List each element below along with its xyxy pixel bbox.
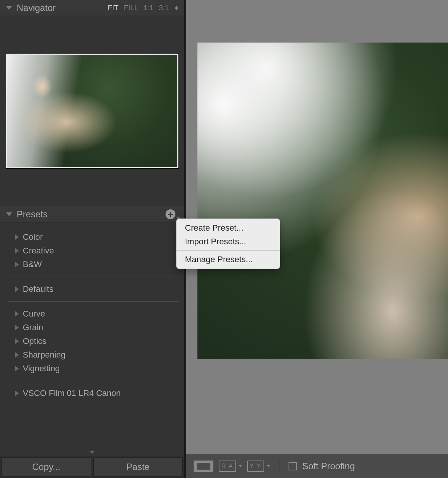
- expand-icon: [15, 391, 19, 396]
- navigator-title: Navigator: [17, 3, 56, 13]
- preset-label: Defaults: [23, 284, 54, 294]
- paste-button[interactable]: Paste: [93, 457, 183, 476]
- loupe-view-icon[interactable]: [194, 461, 213, 472]
- bottom-toolbar: R A Y Y Soft Proofing: [186, 454, 448, 478]
- preset-label: Sharpening: [23, 350, 66, 360]
- expand-icon: [15, 262, 19, 267]
- zoom-1-1[interactable]: 1:1: [144, 4, 153, 12]
- view-yy-icon[interactable]: Y Y: [247, 461, 264, 472]
- dropdown-icon[interactable]: [239, 465, 242, 467]
- separator: [279, 459, 279, 473]
- collapse-icon[interactable]: [6, 6, 12, 10]
- preset-label: Optics: [23, 336, 46, 346]
- zoom-dropdown-icon[interactable]: [175, 6, 178, 10]
- menu-separator: [177, 250, 280, 251]
- expand-icon: [15, 339, 19, 344]
- preset-item-curve[interactable]: Curve: [15, 307, 179, 321]
- menu-create-preset[interactable]: Create Preset...: [177, 221, 280, 235]
- view-ra-icon[interactable]: R A: [219, 461, 236, 472]
- presets-header[interactable]: Presets: [0, 206, 184, 223]
- bottom-buttons: Copy... Paste: [0, 456, 184, 478]
- thumbnail-image: [7, 55, 177, 167]
- preset-item-vignetting[interactable]: Vignetting: [15, 362, 179, 375]
- preset-item-vsco[interactable]: VSCO Film 01 LR4 Canon: [15, 386, 179, 400]
- zoom-3-1[interactable]: 3:1: [159, 4, 169, 12]
- left-panel: Navigator FIT FILL 1:1 3:1 Presets Color…: [0, 0, 186, 478]
- soft-proofing-toggle[interactable]: Soft Proofing: [289, 461, 355, 472]
- presets-context-menu: Create Preset... Import Presets... Manag…: [176, 218, 280, 269]
- expand-icon: [15, 325, 19, 330]
- navigator-body: [0, 16, 184, 206]
- copy-button[interactable]: Copy...: [2, 457, 91, 476]
- navigator-header[interactable]: Navigator FIT FILL 1:1 3:1: [0, 0, 184, 16]
- collapse-icon[interactable]: [6, 212, 12, 216]
- divider: [8, 277, 179, 277]
- preset-item-color[interactable]: Color: [15, 230, 179, 244]
- divider: [8, 381, 179, 381]
- preset-item-creative[interactable]: Creative: [15, 244, 179, 258]
- preset-item-bw[interactable]: B&W: [15, 258, 179, 271]
- presets-list[interactable]: Color Creative B&W Defaults Curve Grain …: [0, 223, 184, 456]
- menu-manage-presets[interactable]: Manage Presets...: [177, 253, 280, 266]
- expand-icon: [15, 366, 19, 371]
- preset-label: VSCO Film 01 LR4 Canon: [23, 388, 121, 398]
- zoom-options: FIT FILL 1:1 3:1: [108, 4, 178, 12]
- navigator-thumbnail[interactable]: [6, 54, 178, 168]
- preset-label: Color: [23, 232, 43, 242]
- zoom-fit[interactable]: FIT: [108, 4, 119, 12]
- preset-label: B&W: [23, 260, 42, 269]
- soft-proofing-label: Soft Proofing: [302, 461, 355, 472]
- checkbox-icon[interactable]: [289, 462, 297, 470]
- preset-label: Grain: [23, 323, 43, 332]
- expand-icon: [15, 352, 19, 358]
- preset-item-sharpening[interactable]: Sharpening: [15, 348, 179, 362]
- expand-icon: [15, 248, 19, 253]
- preset-item-grain[interactable]: Grain: [15, 321, 179, 334]
- divider: [8, 301, 179, 302]
- preset-item-defaults[interactable]: Defaults: [15, 282, 179, 296]
- zoom-fill[interactable]: FILL: [124, 4, 138, 12]
- main-image: [197, 43, 448, 359]
- expand-icon: [15, 234, 19, 240]
- preset-label: Vignetting: [23, 364, 60, 374]
- expand-icon: [15, 311, 19, 317]
- dropdown-icon[interactable]: [267, 465, 270, 467]
- preset-item-optics[interactable]: Optics: [15, 334, 179, 348]
- preset-label: Creative: [23, 246, 54, 256]
- menu-import-presets[interactable]: Import Presets...: [177, 235, 280, 248]
- add-preset-button[interactable]: [166, 209, 175, 219]
- scroll-down-icon[interactable]: [90, 451, 95, 454]
- preset-label: Curve: [23, 309, 45, 319]
- presets-title: Presets: [17, 209, 47, 220]
- expand-icon: [15, 286, 19, 292]
